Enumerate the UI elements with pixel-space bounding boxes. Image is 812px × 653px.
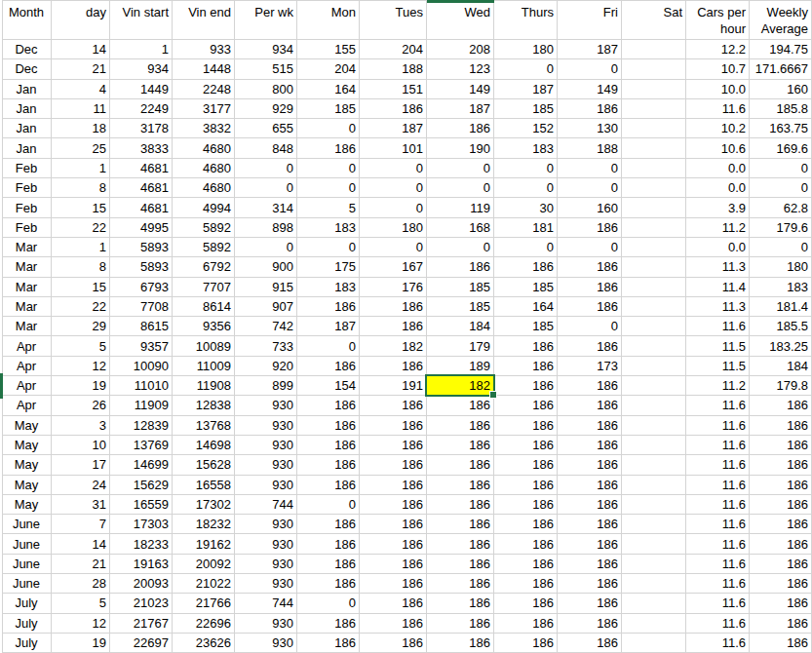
cell-vin_end[interactable]: 14698 (173, 436, 235, 455)
column-header-vin_start[interactable]: Vin start (110, 1, 173, 40)
cell-sat[interactable] (622, 357, 686, 376)
cell-per_wk[interactable]: 515 (235, 59, 297, 79)
cell-per_wk[interactable]: 930 (235, 396, 297, 415)
cell-weekly_average[interactable]: 160 (750, 80, 812, 99)
cell-mon[interactable]: 183 (297, 218, 360, 238)
cell-weekly_average[interactable]: 179.6 (750, 218, 812, 238)
cell-vin_end[interactable]: 21766 (173, 594, 235, 613)
cell-day[interactable]: 26 (52, 396, 110, 415)
cell-vin_start[interactable]: 4681 (110, 178, 173, 198)
cell-tues[interactable]: 186 (360, 614, 427, 634)
cell-mon[interactable]: 186 (297, 416, 360, 436)
cell-vin_start[interactable]: 11909 (110, 396, 173, 415)
cell-mon[interactable]: 186 (297, 297, 360, 317)
cell-cars_per_hour[interactable]: 10.0 (686, 80, 750, 99)
cell-wed[interactable]: 185 (427, 297, 494, 317)
cell-weekly_average[interactable]: 186 (750, 495, 812, 515)
column-header-weekly_average[interactable]: Weekly Average (750, 1, 812, 40)
cell-sat[interactable] (622, 178, 686, 198)
cell-thurs[interactable]: 186 (494, 357, 558, 376)
cell-cars_per_hour[interactable]: 11.6 (686, 515, 750, 534)
cell-mon[interactable]: 175 (297, 257, 360, 277)
cell-fri[interactable]: 186 (558, 495, 622, 515)
cell-wed[interactable]: 0 (427, 178, 494, 198)
cell-month[interactable]: Feb (3, 218, 52, 238)
cell-cars_per_hour[interactable]: 11.6 (686, 495, 750, 515)
cell-mon[interactable]: 186 (297, 534, 360, 554)
cell-per_wk[interactable]: 930 (235, 416, 297, 436)
cell-month[interactable]: Feb (3, 178, 52, 198)
cell-mon[interactable]: 0 (297, 178, 360, 198)
cell-wed[interactable]: 186 (427, 416, 494, 436)
cell-mon[interactable]: 0 (297, 495, 360, 515)
cell-weekly_average[interactable]: 183 (750, 278, 812, 297)
cell-weekly_average[interactable]: 186 (750, 614, 812, 634)
cell-cars_per_hour[interactable]: 11.6 (686, 555, 750, 574)
cell-vin_end[interactable]: 7707 (173, 278, 235, 297)
cell-sat[interactable] (622, 376, 686, 396)
cell-sat[interactable] (622, 574, 686, 594)
cell-month[interactable]: June (3, 534, 52, 554)
cell-mon[interactable]: 204 (297, 59, 360, 79)
cell-vin_start[interactable]: 18233 (110, 534, 173, 554)
cell-weekly_average[interactable]: 186 (750, 574, 812, 594)
cell-per_wk[interactable]: 930 (235, 574, 297, 594)
cell-cars_per_hour[interactable]: 11.6 (686, 317, 750, 336)
cell-per_wk[interactable]: 930 (235, 534, 297, 554)
cell-thurs[interactable]: 186 (494, 574, 558, 594)
cell-tues[interactable]: 186 (360, 574, 427, 594)
cell-wed[interactable]: 187 (427, 99, 494, 119)
cell-thurs[interactable]: 186 (494, 257, 558, 277)
cell-per_wk[interactable]: 898 (235, 218, 297, 238)
cell-sat[interactable] (622, 99, 686, 119)
cell-day[interactable]: 5 (52, 594, 110, 613)
cell-vin_end[interactable]: 16558 (173, 476, 235, 495)
cell-tues[interactable]: 186 (360, 594, 427, 613)
cell-day[interactable]: 29 (52, 317, 110, 336)
cell-per_wk[interactable]: 930 (235, 634, 297, 653)
cell-vin_end[interactable]: 15628 (173, 455, 235, 475)
cell-day[interactable]: 4 (52, 80, 110, 99)
cell-mon[interactable]: 186 (297, 436, 360, 455)
cell-day[interactable]: 21 (52, 59, 110, 79)
cell-day[interactable]: 1 (52, 159, 110, 178)
cell-tues[interactable]: 191 (360, 376, 427, 396)
cell-cars_per_hour[interactable]: 11.2 (686, 218, 750, 238)
cell-wed[interactable]: 0 (427, 238, 494, 257)
cell-fri[interactable]: 186 (558, 396, 622, 415)
cell-weekly_average[interactable]: 62.8 (750, 198, 812, 217)
cell-wed[interactable]: 208 (427, 40, 494, 59)
cell-month[interactable]: June (3, 574, 52, 594)
cell-mon[interactable]: 185 (297, 99, 360, 119)
cell-tues[interactable]: 186 (360, 495, 427, 515)
cell-fri[interactable]: 186 (558, 376, 622, 396)
cell-sat[interactable] (622, 515, 686, 534)
cell-vin_end[interactable]: 20092 (173, 555, 235, 574)
cell-month[interactable]: Mar (3, 297, 52, 317)
column-header-wed[interactable]: Wed (427, 1, 494, 40)
fill-handle[interactable] (489, 391, 497, 399)
cell-vin_end[interactable]: 4994 (173, 198, 235, 217)
cell-vin_start[interactable]: 1 (110, 40, 173, 59)
cell-mon[interactable]: 186 (297, 396, 360, 415)
cell-wed[interactable]: 186 (427, 119, 494, 138)
cell-vin_end[interactable]: 4680 (173, 178, 235, 198)
cell-month[interactable]: Apr (3, 357, 52, 376)
cell-day[interactable]: 3 (52, 416, 110, 436)
cell-wed[interactable]: 186 (427, 534, 494, 554)
cell-wed[interactable]: 168 (427, 218, 494, 238)
cell-mon[interactable]: 187 (297, 317, 360, 336)
cell-sat[interactable] (622, 555, 686, 574)
cell-tues[interactable]: 188 (360, 59, 427, 79)
cell-fri[interactable]: 186 (558, 614, 622, 634)
cell-day[interactable]: 8 (52, 257, 110, 277)
cell-weekly_average[interactable]: 171.6667 (750, 59, 812, 79)
cell-sat[interactable] (622, 159, 686, 178)
cell-vin_end[interactable]: 5892 (173, 218, 235, 238)
cell-sat[interactable] (622, 238, 686, 257)
cell-fri[interactable]: 0 (558, 159, 622, 178)
cell-day[interactable]: 12 (52, 614, 110, 634)
cell-vin_end[interactable]: 933 (173, 40, 235, 59)
cell-sat[interactable] (622, 317, 686, 336)
cell-cars_per_hour[interactable]: 11.6 (686, 634, 750, 653)
